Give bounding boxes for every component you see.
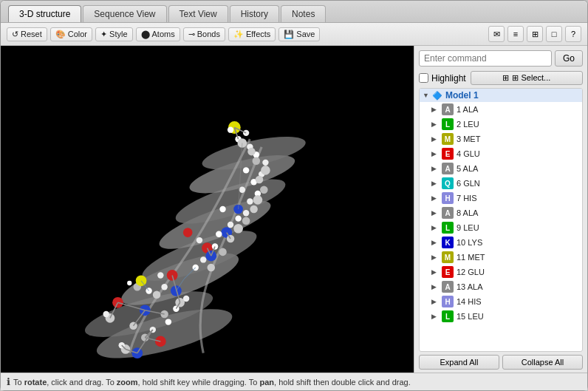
- list-item[interactable]: ▶A13 ALA: [420, 279, 582, 294]
- bonds-button[interactable]: ⊸ Bonds: [183, 27, 225, 41]
- list-item[interactable]: ▶A8 ALA: [420, 205, 582, 220]
- list-item[interactable]: ▶Q6 GLN: [420, 176, 582, 191]
- go-button[interactable]: Go: [555, 50, 583, 67]
- svg-point-44: [216, 231, 222, 237]
- tab-3d-structure[interactable]: 3-D structure: [8, 5, 81, 22]
- residue-label: 11 MET: [457, 253, 485, 262]
- window-icon-btn[interactable]: □: [546, 26, 562, 42]
- viewer-panel[interactable]: [1, 46, 414, 373]
- grid-small-icon: ⊞: [502, 73, 509, 83]
- status-bar: ℹ To rotate, click and drag. To zoom, ho…: [1, 373, 587, 390]
- email-icon-btn[interactable]: ✉: [488, 26, 505, 42]
- color-button[interactable]: 🎨 Color: [50, 27, 92, 41]
- tab-sequence-view[interactable]: Sequence View: [83, 5, 166, 22]
- svg-point-43: [196, 237, 202, 243]
- collapse-all-button[interactable]: Collapse All: [502, 355, 583, 370]
- svg-point-38: [127, 281, 131, 285]
- residue-badge: E: [442, 148, 454, 160]
- residue-label: 14 HIS: [457, 297, 482, 306]
- residue-label: 10 LYS: [457, 238, 482, 247]
- list-item[interactable]: ▶M11 MET: [420, 250, 582, 265]
- highlight-checkbox-label[interactable]: Highlight: [419, 73, 466, 84]
- residue-label: 7 HIS: [457, 194, 477, 203]
- list-item[interactable]: ▶H14 HIS: [420, 294, 582, 309]
- select-button[interactable]: ⊞ ⊞ Select...: [471, 71, 583, 85]
- atoms-icon: ⬤: [141, 30, 150, 39]
- model-icon: 🔷: [432, 91, 442, 101]
- right-panel: Go Highlight ⊞ ⊞ Select... ▼ 🔷: [414, 46, 587, 373]
- residue-badge: M: [442, 133, 454, 145]
- list-item[interactable]: ▶M3 MET: [420, 132, 582, 146]
- grid-icon-btn[interactable]: ⊞: [527, 26, 543, 42]
- expand-all-button[interactable]: Expand All: [419, 355, 499, 370]
- expand-arrow: ▶: [431, 239, 439, 246]
- effects-button[interactable]: ✨ Effects: [228, 27, 276, 41]
- expand-arrow: ▶: [431, 209, 439, 217]
- expand-arrow: ▶: [431, 268, 439, 276]
- svg-point-54: [243, 167, 249, 173]
- model-tree[interactable]: ▼ 🔷 Model 1 ▶A1 ALA▶L2 LEU▶M3 MET▶E4 GLU…: [419, 88, 583, 352]
- residue-badge: H: [442, 192, 454, 204]
- status-text: To rotate, click and drag. To zoom, hold…: [13, 378, 411, 387]
- svg-point-66: [250, 205, 258, 214]
- save-button[interactable]: 💾 Save: [278, 27, 320, 41]
- svg-point-47: [243, 210, 249, 216]
- model-row[interactable]: ▼ 🔷 Model 1: [420, 89, 582, 102]
- tree-bottom: Expand All Collapse All: [414, 352, 587, 373]
- residue-badge: L: [442, 310, 454, 322]
- style-icon: ✦: [100, 30, 107, 39]
- residue-label: 9 LEU: [457, 223, 479, 232]
- svg-point-68: [260, 186, 268, 194]
- style-button[interactable]: ✦ Style: [95, 27, 132, 41]
- main-content: Go Highlight ⊞ ⊞ Select... ▼ 🔷: [1, 46, 587, 373]
- svg-point-29: [136, 275, 147, 286]
- list-icon-btn[interactable]: ≡: [507, 26, 524, 42]
- residue-label: 13 ALA: [457, 282, 482, 291]
- list-item[interactable]: ▶L9 LEU: [420, 220, 582, 235]
- svg-point-45: [228, 222, 233, 228]
- svg-point-64: [233, 224, 243, 234]
- expand-arrow: ▶: [431, 106, 439, 113]
- residue-badge: L: [442, 118, 454, 130]
- tab-history[interactable]: History: [230, 5, 279, 22]
- svg-point-72: [247, 148, 256, 156]
- expand-arrow: ▶: [431, 135, 439, 143]
- atoms-button[interactable]: ⬤ Atoms: [136, 27, 180, 41]
- expand-arrow: ▶: [431, 313, 439, 320]
- residue-label: 6 GLN: [457, 179, 480, 188]
- list-item[interactable]: ▶E12 GLU: [420, 265, 582, 279]
- expand-arrow: ▶: [431, 150, 439, 157]
- list-item[interactable]: ▶L15 LEU: [420, 309, 582, 324]
- svg-point-37: [161, 284, 167, 290]
- list-item[interactable]: ▶E4 GLU: [420, 146, 582, 161]
- svg-point-41: [200, 256, 206, 262]
- help-icon-btn[interactable]: ?: [565, 26, 581, 42]
- effects-icon: ✨: [233, 30, 244, 39]
- highlight-checkbox[interactable]: [419, 73, 428, 83]
- expand-arrow: ▶: [431, 180, 439, 187]
- svg-point-62: [219, 248, 227, 256]
- svg-point-32: [165, 319, 171, 324]
- save-icon: 💾: [284, 30, 294, 39]
- list-item[interactable]: ▶L2 LEU: [420, 117, 582, 132]
- list-item[interactable]: ▶A5 ALA: [420, 161, 582, 176]
- list-item[interactable]: ▶K10 LYS: [420, 235, 582, 250]
- svg-point-55: [262, 160, 268, 166]
- svg-point-39: [157, 272, 163, 278]
- molecule-svg: [1, 46, 414, 373]
- tab-text-view[interactable]: Text View: [168, 5, 228, 22]
- residue-label: 1 ALA: [457, 105, 478, 114]
- list-item[interactable]: ▶A1 ALA: [420, 102, 582, 117]
- tab-bar: 3-D structure Sequence View Text View Hi…: [1, 1, 587, 23]
- command-input[interactable]: [419, 50, 552, 67]
- residue-badge: A: [442, 163, 454, 174]
- model-expand-arrow: ▼: [423, 92, 429, 99]
- svg-point-46: [235, 215, 241, 221]
- tab-notes[interactable]: Notes: [281, 5, 326, 22]
- residue-label: 5 ALA: [457, 164, 478, 173]
- list-item[interactable]: ▶H7 HIS: [420, 191, 582, 205]
- svg-point-21: [183, 228, 193, 237]
- reset-button[interactable]: ↺ Reset: [7, 27, 47, 41]
- residue-label: 8 ALA: [457, 208, 478, 217]
- svg-point-60: [228, 126, 233, 132]
